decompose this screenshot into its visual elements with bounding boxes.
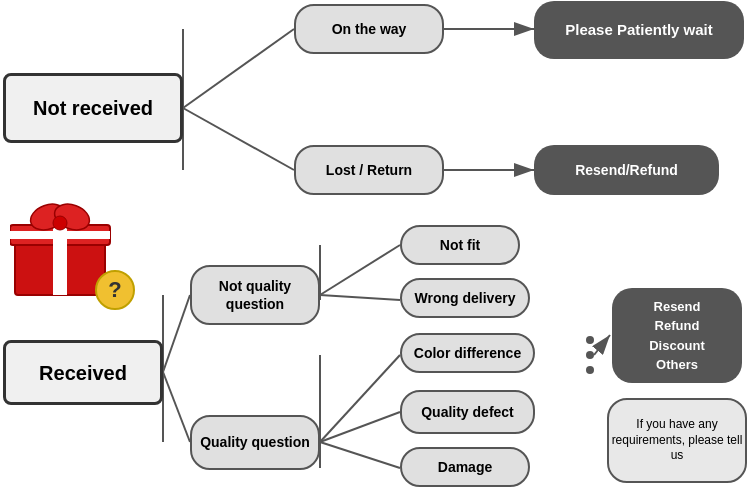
svg-point-16	[586, 351, 594, 359]
damage-box: Damage	[400, 447, 530, 487]
svg-line-12	[320, 412, 400, 442]
resend-refund-top-box: Resend/Refund	[534, 145, 719, 195]
not-received-box: Not received	[3, 73, 183, 143]
svg-point-15	[586, 336, 594, 344]
svg-rect-23	[10, 231, 110, 239]
wrong-delivery-box: Wrong delivery	[400, 278, 530, 318]
svg-line-5	[163, 295, 190, 372]
color-difference-box: Color difference	[400, 333, 535, 373]
on-the-way-box: On the way	[294, 4, 444, 54]
svg-line-13	[320, 442, 400, 468]
svg-point-17	[586, 366, 594, 374]
question-badge: ?	[95, 270, 135, 310]
svg-line-1	[183, 108, 294, 170]
not-quality-box: Not quality question	[190, 265, 320, 325]
diagram: Not received On the way Please Patiently…	[0, 0, 750, 500]
quality-question-box: Quality question	[190, 415, 320, 470]
svg-line-8	[320, 245, 400, 295]
svg-line-18	[594, 335, 610, 355]
resend-options-box: Resend Refund Discount Others	[612, 288, 742, 383]
svg-point-26	[53, 216, 67, 230]
quality-defect-box: Quality defect	[400, 390, 535, 434]
svg-line-9	[320, 295, 400, 300]
lost-return-box: Lost / Return	[294, 145, 444, 195]
requirements-box: If you have any requirements, please tel…	[607, 398, 747, 483]
not-fit-box: Not fit	[400, 225, 520, 265]
gift-icon-area: ?	[10, 195, 140, 315]
please-wait-box: Please Patiently wait	[534, 1, 744, 59]
svg-line-0	[183, 29, 294, 108]
received-box: Received	[3, 340, 163, 405]
svg-line-11	[320, 355, 400, 442]
svg-line-6	[163, 372, 190, 442]
